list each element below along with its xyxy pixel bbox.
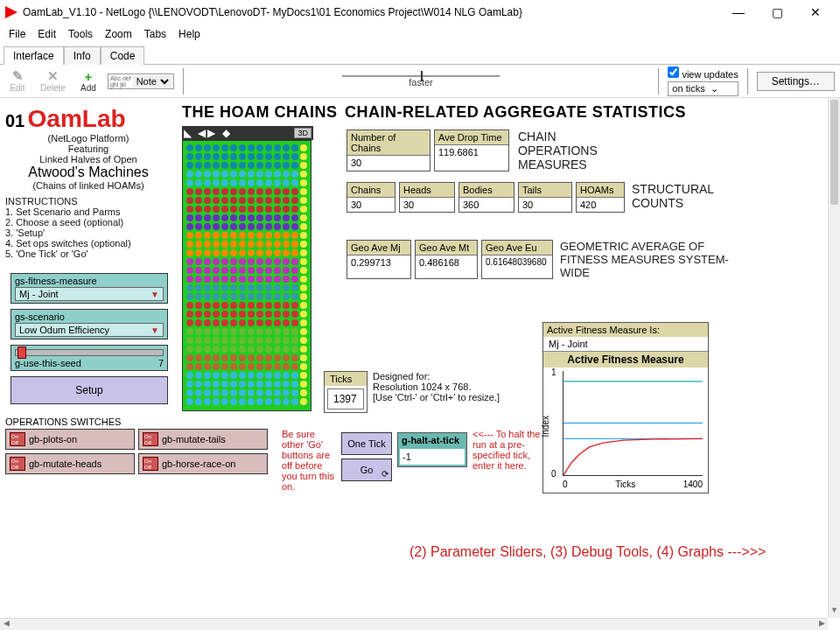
chevron-down-icon: ▼ bbox=[150, 290, 159, 299]
ticks-label: Ticks bbox=[325, 372, 367, 386]
go-button[interactable]: Go⟳ bbox=[341, 458, 392, 481]
mon-label: Number of Chains bbox=[347, 130, 430, 156]
instr-3: 3. 'Setup' bbox=[5, 228, 172, 238]
platform-label: (NetLogo Platform) bbox=[5, 133, 172, 144]
tab-code[interactable]: Code bbox=[101, 46, 145, 65]
seed-slider[interactable]: g-use-this-seed7 bbox=[10, 345, 168, 371]
switch-mutate-tails[interactable]: OnOffgb-mutate-tails bbox=[138, 429, 268, 450]
scenario-chooser[interactable]: gs-scenario Low Odum Efficiency▼ bbox=[10, 309, 168, 340]
window-title: OamLab_V1.10 - NetLogo {\\LENOVODT\Lenov… bbox=[23, 6, 719, 18]
mon-value: 119.6861 bbox=[435, 145, 508, 159]
update-mode-select[interactable]: on ticks⌄ bbox=[668, 81, 738, 96]
switch-mutate-heads[interactable]: OnOffgb-mutate-heads bbox=[5, 453, 135, 474]
menu-help[interactable]: Help bbox=[173, 26, 206, 42]
mon-label: Ave Drop Time bbox=[435, 130, 508, 145]
instr-1: 1. Set Scenario and Parms bbox=[5, 206, 172, 217]
chart-plot: 1 0 bbox=[563, 371, 703, 476]
ops-title: OPERATIONS SWITCHES bbox=[5, 415, 268, 429]
instr-4: 4. Set ops switches (optional) bbox=[5, 238, 172, 248]
chevron-down-icon: ▼ bbox=[150, 326, 159, 335]
widget-type-select[interactable]: Abc defghi jkl Note bbox=[108, 74, 174, 89]
maximize-button[interactable]: ▢ bbox=[758, 0, 796, 24]
res-3: [Use 'Ctrl-' or 'Ctrl+' to resize.] bbox=[373, 392, 500, 402]
model-name: OamLab bbox=[28, 105, 126, 132]
switch-horse-race[interactable]: OnOffgb-horse-race-on bbox=[138, 453, 268, 474]
chart-ylabel: Index bbox=[541, 416, 550, 437]
mon-value: 30 bbox=[347, 156, 430, 170]
chart-head: Active Fitness Measure Is: bbox=[543, 323, 708, 337]
note-icon: Abc defghi jkl bbox=[110, 75, 131, 88]
divider bbox=[183, 68, 184, 94]
menu-tools[interactable]: Tools bbox=[63, 26, 98, 42]
pencil-icon: ✎ bbox=[9, 69, 26, 83]
atwoods-label: Atwood's Machines bbox=[5, 164, 172, 180]
menu-tabs[interactable]: Tabs bbox=[139, 26, 172, 42]
chains-label: (Chains of linked HOAMs) bbox=[5, 180, 172, 191]
model-num: 01 bbox=[5, 111, 24, 130]
settings-button[interactable]: Settings… bbox=[757, 72, 835, 91]
halt-note: <<--- To halt the run at a pre-specified… bbox=[472, 429, 542, 471]
horizontal-scrollbar[interactable]: ◀ ▶ bbox=[0, 618, 828, 630]
scroll-right-icon[interactable]: ▶ bbox=[816, 619, 828, 630]
hoam-title: THE HOAM CHAINS bbox=[182, 103, 338, 122]
setup-button[interactable]: Setup bbox=[10, 376, 168, 404]
delete-button[interactable]: ✕Delete bbox=[37, 69, 69, 93]
3d-button[interactable]: 3D bbox=[294, 128, 312, 138]
instr-5: 5. 'One Tick' or 'Go' bbox=[5, 248, 172, 259]
world-controls-icon[interactable]: ◣ ◀▶ ◆ bbox=[184, 127, 232, 139]
speed-slider[interactable] bbox=[342, 75, 500, 77]
chart-title: Active Fitness Measure bbox=[543, 351, 708, 368]
toggle-icon: OnOff bbox=[10, 432, 25, 446]
toggle-icon: OnOff bbox=[143, 457, 158, 471]
footer-hint: (2) Parameter Sliders, (3) Debug Tools, … bbox=[410, 544, 766, 560]
stats-title: CHAIN-RELATED AGGREGATE STATISTICS bbox=[345, 103, 686, 122]
go-note: Be sure other 'Go' buttons are off befor… bbox=[282, 429, 338, 492]
row2-side: STRUCTURAL COUNTS bbox=[632, 182, 728, 213]
instr-2: 2. Choose a seed (optional) bbox=[5, 217, 172, 228]
menu-zoom[interactable]: Zoom bbox=[100, 26, 137, 42]
slider-thumb[interactable] bbox=[18, 346, 26, 359]
toggle-icon: OnOff bbox=[143, 432, 158, 446]
view-updates-check[interactable]: view updates bbox=[668, 66, 738, 80]
forever-icon: ⟳ bbox=[382, 469, 388, 479]
menu-edit[interactable]: Edit bbox=[32, 26, 61, 42]
vertical-scrollbar[interactable]: ▲ ▼ bbox=[828, 98, 840, 618]
edit-button[interactable]: ✎Edit bbox=[5, 69, 30, 93]
featuring2-label: Linked Halves of Open bbox=[5, 154, 172, 164]
plus-icon: + bbox=[80, 69, 97, 83]
add-button[interactable]: +Add bbox=[76, 69, 101, 93]
one-tick-button[interactable]: One Tick bbox=[341, 432, 392, 455]
scroll-thumb[interactable] bbox=[830, 100, 838, 205]
menu-file[interactable]: File bbox=[4, 26, 31, 42]
scroll-down-icon[interactable]: ▼ bbox=[829, 606, 840, 618]
chevron-down-icon: ⌄ bbox=[710, 83, 718, 94]
divider bbox=[747, 68, 748, 94]
tab-interface[interactable]: Interface bbox=[4, 46, 64, 65]
close-button[interactable]: ✕ bbox=[796, 0, 835, 24]
toggle-icon: OnOff bbox=[10, 457, 25, 471]
minimize-button[interactable]: — bbox=[719, 0, 758, 24]
halt-at-tick-input[interactable]: g-halt-at-tick -1 bbox=[397, 432, 467, 467]
chart-headval: Mj - Joint bbox=[543, 337, 708, 351]
divider bbox=[658, 68, 659, 94]
switch-plots[interactable]: OnOffgb-plots-on bbox=[5, 429, 135, 450]
fitness-measure-chooser[interactable]: gs-fitness-measure Mj - Joint▼ bbox=[10, 273, 168, 304]
instr-title: INSTRUCTIONS bbox=[5, 196, 172, 206]
tab-info[interactable]: Info bbox=[64, 46, 101, 65]
res-2: Resolution 1024 x 768. bbox=[373, 382, 500, 392]
x-icon: ✕ bbox=[44, 69, 61, 83]
world-view[interactable] bbox=[182, 140, 312, 411]
row1-side: CHAIN OPERATIONS MEASURES bbox=[518, 130, 623, 172]
featuring-label: Featuring bbox=[5, 144, 172, 154]
scroll-left-icon[interactable]: ◀ bbox=[0, 619, 12, 630]
app-logo-icon bbox=[5, 6, 18, 18]
ticks-value: 1397 bbox=[327, 388, 364, 410]
res-1: Designed for: bbox=[373, 371, 500, 382]
row3-side: GEOMETRIC AVERAGE OF FITNESS MEASURES SY… bbox=[560, 240, 744, 279]
